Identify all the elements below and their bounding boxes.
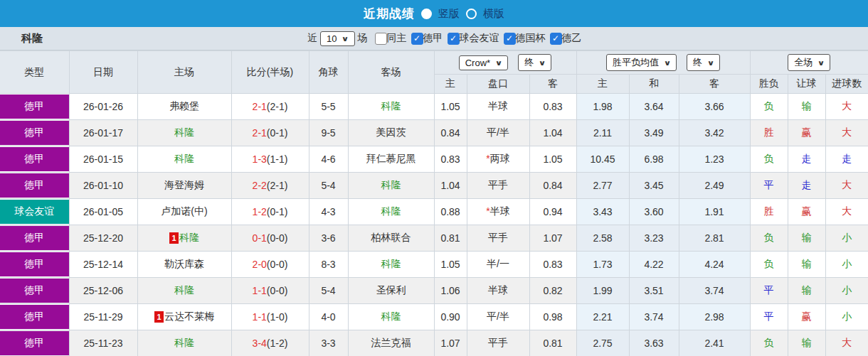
odds-state-select[interactable]: 终 ∨: [518, 54, 551, 71]
avg-lose: 1.91: [679, 199, 750, 225]
halftime-score: (1-0): [267, 311, 288, 323]
scope-select[interactable]: 全场 ∨: [788, 54, 830, 71]
checkbox-同主[interactable]: [375, 33, 387, 45]
result-goals: 大: [825, 330, 868, 356]
odds-home: 0.88: [434, 199, 467, 225]
handicap-text: 两球: [490, 153, 510, 164]
league-type-cell: 德甲: [0, 120, 69, 146]
home-team-cell: 勒沃库森: [137, 252, 231, 278]
checkbox-label[interactable]: 德国杯: [516, 32, 546, 45]
result-outcome: 平: [750, 173, 788, 199]
match-score: 1-1(0-0): [231, 278, 309, 304]
filter-controls: 近 10 ∨ 场 同主✓德甲✓球会友谊✓德国杯✓德乙: [307, 27, 582, 50]
result-handicap: 赢: [788, 304, 825, 330]
checkbox-label[interactable]: 球会友谊: [460, 32, 499, 45]
odds-handicap: 平手: [467, 173, 529, 199]
avg-draw: 6.98: [629, 146, 679, 173]
vertical-layout-label[interactable]: 竖版: [438, 7, 460, 21]
away-team-name[interactable]: 科隆: [381, 205, 401, 217]
away-team-name[interactable]: 科隆: [381, 311, 401, 322]
horizontal-layout-label[interactable]: 横版: [483, 7, 504, 21]
halftime-score: (0-1): [267, 127, 288, 139]
match-history-table: 类型 日期 主场 比分(半场) 角球 客场 Crow* ∨ 终 ∨: [0, 50, 868, 356]
table-row: 球会友谊26-01-05卢加诺(中)1-2(0-1)4-3科隆0.88*半球0.…: [0, 199, 868, 225]
away-team-name[interactable]: 柏林联合: [371, 232, 411, 243]
table-row: 德甲26-01-15科隆1-3(1-1)4-6拜仁慕尼黑0.83*两球1.051…: [0, 146, 868, 173]
checkbox-德乙[interactable]: ✓: [550, 33, 562, 45]
odds-handicap: 平手: [467, 225, 529, 252]
league-badge: 德甲: [0, 279, 69, 303]
home-team-cell: 科隆: [137, 120, 231, 146]
home-team-name[interactable]: 弗赖堡: [169, 100, 199, 112]
odds-home: 1.05: [434, 94, 467, 120]
away-team-cell: 科隆: [348, 304, 434, 330]
corner-score: 3-6: [309, 225, 348, 252]
subcol-result: 胜负: [750, 75, 788, 94]
chevron-down-icon: ∨: [817, 59, 825, 67]
match-score: 2-1(0-1): [231, 120, 309, 146]
match-score: 1-2(0-1): [231, 199, 309, 225]
corner-score: 9-5: [309, 120, 348, 146]
away-team-name[interactable]: 法兰克福: [371, 337, 411, 348]
odds-handicap: 半球: [467, 94, 529, 120]
home-team-name[interactable]: 卢加诺(中): [161, 205, 207, 217]
home-team-name[interactable]: 科隆: [179, 232, 199, 243]
away-team-name[interactable]: 圣保利: [376, 284, 406, 296]
table-row: 德甲25-12-201科隆0-1(0-0)3-6柏林联合0.81平手1.072.…: [0, 225, 868, 252]
home-team-name[interactable]: 科隆: [174, 153, 194, 164]
halftime-score: (2-1): [267, 101, 288, 112]
corner-score: 3-3: [309, 330, 348, 356]
home-team-name[interactable]: 科隆: [174, 284, 194, 296]
league-type-cell: 德甲: [0, 304, 69, 330]
avg-state-select[interactable]: 终 ∨: [687, 54, 720, 71]
halftime-score: (1-1): [267, 153, 288, 165]
home-team-cell: 科隆: [137, 278, 231, 304]
league-badge: 球会友谊: [0, 200, 69, 224]
chevron-down-icon: ∨: [342, 35, 349, 43]
result-outcome: 胜: [750, 199, 788, 225]
avg-win: 2.11: [576, 120, 629, 146]
horizontal-layout-radio[interactable]: [466, 9, 477, 19]
match-date: 26-01-26: [69, 94, 137, 120]
home-team-name[interactable]: 科隆: [174, 337, 194, 348]
avg-draw: 3.49: [629, 120, 679, 146]
checkbox-label[interactable]: 德甲: [423, 32, 443, 45]
avg-odds-select[interactable]: 胜平负均值 ∨: [606, 54, 677, 71]
table-row: 德甲25-12-06科隆1-1(0-0)5-4圣保利1.06半球0.821.99…: [0, 278, 868, 304]
handicap-text: 半球: [488, 284, 508, 296]
odds-away: 0.84: [529, 173, 576, 199]
result-handicap: 输: [788, 278, 825, 304]
subcol-handicap-result: 让球: [788, 75, 825, 94]
away-team-name[interactable]: 科隆: [381, 179, 401, 190]
avg-draw: 3.74: [629, 304, 679, 330]
result-outcome: 负: [750, 252, 788, 278]
range-select[interactable]: 10 ∨: [320, 31, 355, 46]
away-team-name[interactable]: 拜仁慕尼黑: [366, 153, 416, 164]
home-team-name[interactable]: 科隆: [174, 126, 194, 138]
home-team-name[interactable]: 勒沃库森: [164, 258, 204, 269]
odds-away: 1.04: [529, 120, 576, 146]
checkbox-球会友谊[interactable]: ✓: [448, 33, 460, 45]
checkbox-label[interactable]: 同主: [387, 32, 407, 45]
result-goals: 大: [825, 120, 868, 146]
home-team-name[interactable]: 海登海姆: [164, 179, 204, 190]
away-team-name[interactable]: 科隆: [381, 258, 401, 269]
vertical-layout-radio[interactable]: [421, 9, 432, 19]
checkbox-德甲[interactable]: ✓: [411, 33, 423, 45]
result-handicap: 输: [788, 252, 825, 278]
avg-lose: 2.49: [679, 173, 750, 199]
away-team-name[interactable]: 美因茨: [376, 126, 406, 138]
odds-company-select[interactable]: Crow* ∨: [459, 55, 509, 70]
odds-home: 1.05: [434, 252, 467, 278]
home-team-name[interactable]: 云达不莱梅: [164, 311, 214, 322]
odds-handicap: 平/半: [467, 120, 529, 146]
checkbox-label[interactable]: 德乙: [562, 32, 582, 45]
away-team-name[interactable]: 科隆: [381, 100, 401, 112]
fulltime-score: 1-1: [253, 311, 267, 323]
home-team-cell: 科隆: [137, 146, 231, 173]
halftime-score: (0-0): [267, 232, 288, 244]
odds-home: 0.83: [434, 146, 467, 173]
league-badge: 德甲: [0, 121, 69, 145]
fulltime-score: 1-1: [253, 285, 267, 296]
checkbox-德国杯[interactable]: ✓: [504, 33, 516, 45]
